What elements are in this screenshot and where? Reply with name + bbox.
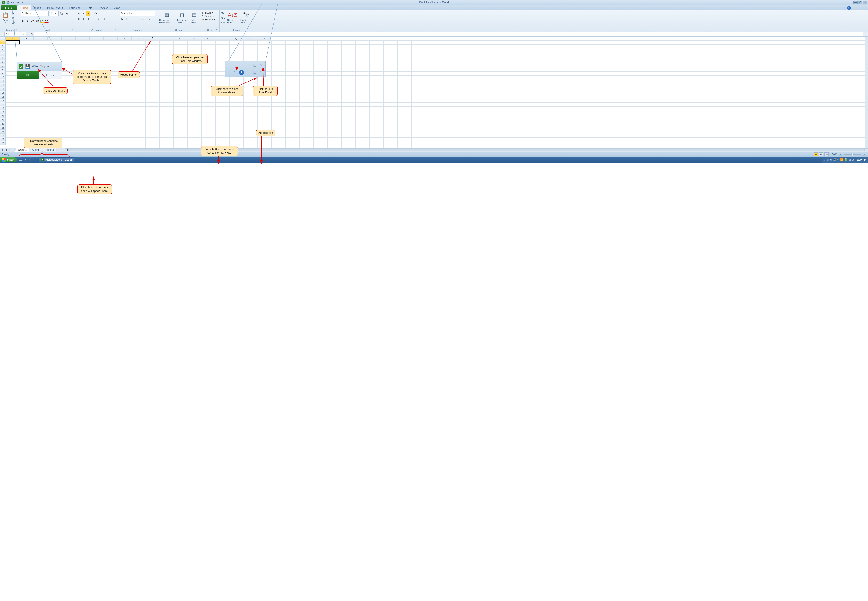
merge-center-icon[interactable]: ⊞▾ [103, 17, 107, 21]
ie-icon[interactable]: e [23, 158, 27, 162]
expand-formula-bar-icon[interactable]: ▼ [864, 33, 868, 35]
font-size-dropdown[interactable]: 11▼ [50, 11, 59, 16]
row-header[interactable]: 26 [0, 137, 6, 141]
taskbar-clock[interactable]: 1:39 PM [857, 158, 866, 161]
col-header[interactable]: I [117, 37, 131, 41]
orientation-icon[interactable]: ⤢▾ [93, 11, 98, 15]
tab-data[interactable]: Data [84, 5, 95, 10]
increase-indent-icon[interactable]: ⇥ [96, 17, 100, 21]
tray-icon[interactable]: ⚙ [830, 158, 832, 161]
format-as-table-button[interactable]: ▥Format as Table [176, 11, 189, 24]
row-header[interactable]: 18 [0, 106, 6, 110]
formula-input[interactable] [34, 32, 863, 37]
col-header[interactable]: N [187, 37, 201, 41]
align-middle-icon[interactable]: ≡ [81, 11, 86, 15]
cell-styles-button[interactable]: ▤Cell Styles [190, 11, 199, 24]
cells-area[interactable] [6, 41, 865, 148]
qat-customize-icon[interactable]: ▾ [20, 0, 24, 4]
select-all-corner[interactable] [0, 37, 6, 41]
horizontal-scrollbar[interactable]: ◀ ▶ [65, 148, 868, 152]
scroll-right-icon[interactable]: ▶ [865, 148, 868, 151]
col-header[interactable]: A [6, 37, 20, 41]
fx-icon[interactable]: fx [31, 33, 33, 36]
row-header[interactable]: 2 [0, 44, 6, 48]
row-header[interactable]: 8 [0, 68, 6, 72]
col-header[interactable]: F [76, 37, 90, 41]
percent-icon[interactable]: % [125, 17, 129, 21]
align-bottom-icon[interactable]: ≡ [86, 11, 90, 15]
col-header[interactable]: H [104, 37, 117, 41]
comma-icon[interactable]: , [131, 17, 135, 21]
row-header[interactable]: 14 [0, 91, 6, 95]
accounting-icon[interactable]: $▾ [120, 17, 124, 21]
normal-view-button[interactable]: ▦ [814, 153, 818, 156]
row-header[interactable]: 10 [0, 75, 6, 79]
align-right-icon[interactable]: ≡ [86, 17, 90, 21]
col-header[interactable]: L [160, 37, 174, 41]
tray-icon[interactable]: 🖥 [848, 158, 851, 161]
tab-formulas[interactable]: Formulas [66, 5, 84, 10]
minimize-ribbon-icon[interactable]: ⌃ [844, 6, 846, 9]
sort-filter-button[interactable]: A↓ZSort & Filter [227, 11, 238, 24]
col-header[interactable]: Q [230, 37, 244, 41]
tray-icon[interactable]: ◉ [827, 158, 829, 161]
more-icon[interactable]: » [33, 158, 37, 162]
row-header[interactable]: 6 [0, 60, 6, 64]
last-sheet-icon[interactable]: ⏭ [11, 148, 15, 152]
row-header[interactable]: 25 [0, 134, 6, 137]
font-name-dropdown[interactable]: Calibri▼ [21, 11, 49, 16]
show-desktop-icon[interactable]: ▭ [18, 158, 22, 162]
col-header[interactable]: E [62, 37, 76, 41]
wrap-text-icon[interactable]: ⮐ [101, 11, 105, 15]
row-header[interactable]: 5 [0, 56, 6, 60]
col-header[interactable]: D [47, 37, 62, 41]
row-header[interactable]: 9 [0, 72, 6, 75]
row-header[interactable]: 1 [0, 41, 6, 44]
row-header[interactable]: 27 [0, 141, 6, 145]
sheet-tab-1[interactable]: Sheet1 [15, 148, 30, 152]
tray-icon[interactable]: 📶 [840, 158, 844, 161]
col-header[interactable]: P [215, 37, 230, 41]
active-cell[interactable] [6, 41, 20, 44]
workbook-restore-icon[interactable]: ❐ [858, 6, 862, 9]
col-header[interactable]: K [146, 37, 160, 41]
align-left-icon[interactable]: ≡ [77, 17, 81, 21]
autosum-icon[interactable]: Σ▾ [221, 11, 225, 15]
scroll-left-icon[interactable]: ◀ [65, 148, 69, 151]
increase-decimal-icon[interactable]: .0→.00 [141, 17, 145, 21]
workbook-minimize-icon[interactable]: — [854, 6, 858, 9]
shrink-font-icon[interactable]: A↓ [65, 11, 69, 16]
row-header[interactable]: 11 [0, 79, 6, 83]
zoom-out-button[interactable]: − [839, 153, 842, 156]
vertical-scrollbar[interactable] [865, 37, 868, 148]
copy-icon[interactable]: ⧉ [11, 16, 15, 20]
col-header[interactable]: C [34, 37, 47, 41]
underline-icon[interactable]: U▾ [30, 18, 34, 23]
insert-cells-button[interactable]: ⊞Insert▼ [201, 11, 213, 14]
sheet-tab-3[interactable]: Sheet3 [43, 148, 57, 152]
borders-icon[interactable]: ▦▾ [35, 18, 39, 23]
zoom-slider-thumb[interactable] [851, 153, 854, 156]
font-color-icon[interactable]: A▾ [44, 18, 49, 23]
start-button[interactable]: start [0, 157, 17, 162]
row-header[interactable]: 21 [0, 118, 6, 122]
sheet-tab-2[interactable]: Sheet2 [29, 148, 44, 152]
name-box[interactable]: A1▼ [4, 32, 26, 37]
col-header[interactable]: M [174, 37, 187, 41]
delete-cells-button[interactable]: ⊟Delete▼ [201, 15, 215, 18]
decrease-indent-icon[interactable]: ⇤ [91, 17, 95, 21]
fill-icon[interactable]: ▼▾ [221, 16, 225, 20]
restore-button[interactable]: ❐ [858, 1, 862, 4]
row-header[interactable]: 16 [0, 99, 6, 102]
format-painter-icon[interactable]: 🖌 [11, 21, 15, 25]
help-icon[interactable]: ? [847, 6, 851, 10]
tab-page-layout[interactable]: Page Layout [44, 5, 66, 10]
first-sheet-icon[interactable]: ⏮ [1, 148, 4, 152]
number-format-dropdown[interactable]: General▼ [120, 11, 155, 16]
bold-icon[interactable]: B [21, 18, 25, 23]
row-header[interactable]: 7 [0, 64, 6, 68]
row-header[interactable]: 13 [0, 87, 6, 91]
workbook-close-icon[interactable]: ✕ [862, 6, 866, 9]
col-header[interactable]: J [131, 37, 146, 41]
row-header[interactable]: 4 [0, 52, 6, 56]
